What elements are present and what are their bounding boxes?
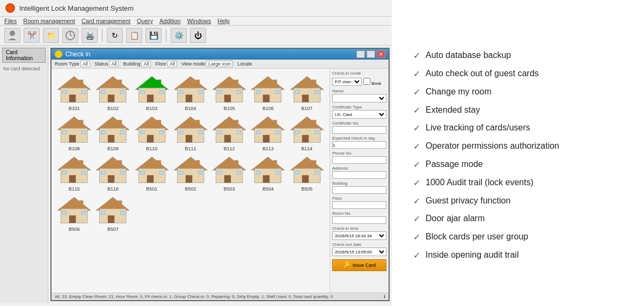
room-cell-b104[interactable]: B104 [172, 73, 209, 111]
svg-rect-67 [186, 135, 192, 142]
room-grid: B101 B102 [52, 69, 330, 293]
checkout-date-group: Check-out date 2019/5/15 13:05:00 [332, 242, 386, 256]
phone-input[interactable] [332, 156, 386, 164]
building-input[interactable] [332, 186, 386, 194]
book-checkbox[interactable] [363, 78, 370, 85]
checkin-time-select[interactable]: 2019/5/15 16:42:34 [332, 231, 386, 240]
power-icon[interactable]: ⏻ [190, 28, 206, 43]
svg-rect-8 [62, 91, 67, 94]
clipboard-icon[interactable]: 📋 [126, 28, 142, 43]
maximize-button[interactable]: □ [367, 50, 375, 58]
room-type-value[interactable]: All [80, 61, 90, 67]
house-icon [134, 154, 170, 185]
svg-rect-128 [295, 171, 299, 174]
status-text: All: 23, Empty Clean Room: 21, Hour Room… [55, 294, 333, 299]
feature-item: ✓ Change my room [413, 83, 628, 101]
room-cell-b503[interactable]: B503 [211, 154, 247, 192]
svg-marker-34 [252, 76, 285, 90]
room-cell-b114[interactable]: B114 [289, 113, 325, 151]
room-label: B507 [107, 227, 119, 232]
room-cell-b103[interactable]: B103 [134, 73, 170, 111]
cert-type-select[interactable]: I.D. Card [332, 110, 386, 119]
menu-windows[interactable]: Windows [187, 18, 211, 24]
room-cell-b101[interactable]: B101 [56, 73, 92, 111]
view-mode-label: View mode [181, 61, 205, 67]
save-icon[interactable]: 💾 [145, 28, 162, 43]
address-label: Address [332, 166, 386, 171]
room-cell-b506[interactable]: B506 [56, 194, 92, 232]
svg-rect-109 [186, 175, 192, 183]
scissors-icon[interactable]: ✂️ [24, 28, 40, 43]
room-cell-b109[interactable]: B109 [94, 113, 131, 151]
mode-row: Check-in mode [332, 71, 386, 76]
room-cell-b116[interactable]: B116 [94, 154, 131, 192]
building-value[interactable]: All [141, 61, 151, 67]
room-cell-b502[interactable]: B502 [172, 154, 209, 192]
issue-card-button[interactable]: 🔑 Issue Card [332, 259, 386, 271]
room-cell-b504[interactable]: B504 [250, 154, 286, 192]
house-icon [56, 194, 92, 225]
room-cell-b110[interactable]: B110 [134, 113, 170, 151]
clock-icon[interactable] [62, 28, 78, 43]
folder-icon[interactable]: 📁 [43, 28, 59, 43]
room-cell-b507[interactable]: B507 [94, 194, 131, 232]
svg-marker-82 [290, 116, 324, 130]
svg-rect-80 [257, 131, 261, 134]
svg-rect-53 [118, 120, 122, 126]
checkin-form: Check-in mode FIT chec Book Name [330, 69, 389, 293]
toolbar: ✂️ 📁 🖨️ ↻ 📋 💾 ⚙️ ⏻ [0, 26, 392, 46]
name-label: Name [332, 89, 386, 93]
menu-addition[interactable]: Addition [159, 18, 181, 24]
menu-room-management[interactable]: Room management [23, 18, 75, 24]
status-value[interactable]: All [109, 61, 119, 67]
minimize-button[interactable]: _ [356, 50, 365, 58]
toolbar-separator-2 [166, 29, 166, 42]
room-cell-b113[interactable]: B113 [250, 113, 286, 151]
room-cell-b105[interactable]: B105 [211, 73, 247, 111]
menu-card-management[interactable]: Card management [82, 18, 130, 24]
room-cell-b108[interactable]: B108 [56, 113, 92, 151]
house-icon [134, 113, 170, 145]
settings-icon[interactable]: ⚙️ [171, 28, 187, 43]
room-cell-b107[interactable]: B107 [289, 73, 325, 111]
room-cell-b501[interactable]: B501 [134, 154, 170, 192]
menu-query[interactable]: Query [137, 18, 153, 24]
book-label: Book [363, 78, 381, 86]
svg-marker-136 [96, 197, 129, 210]
svg-marker-4 [57, 76, 91, 90]
room-cell-b505[interactable]: B505 [289, 154, 325, 192]
svg-rect-41 [312, 79, 316, 86]
fit-select[interactable]: FIT chec [332, 78, 362, 86]
address-input[interactable] [332, 171, 386, 179]
svg-rect-61 [147, 135, 153, 142]
floor-value[interactable]: All [167, 61, 177, 67]
refresh-icon[interactable]: ↻ [107, 28, 123, 43]
user-icon[interactable] [4, 28, 20, 43]
svg-rect-9 [82, 91, 86, 94]
svg-rect-35 [273, 79, 277, 86]
room-no-input[interactable] [332, 216, 386, 224]
house-icon [94, 113, 131, 145]
name-input[interactable] [332, 94, 386, 103]
card-info-tab[interactable]: Card Information [2, 48, 46, 63]
expected-input[interactable] [332, 141, 386, 149]
room-cell-b106[interactable]: B106 [250, 73, 286, 111]
locate-filter: Locate [237, 61, 252, 67]
room-cell-b115[interactable]: B115 [56, 154, 92, 192]
menu-files[interactable]: Files [4, 18, 17, 24]
svg-rect-23 [195, 79, 200, 86]
view-mode-value[interactable]: Large icon [206, 61, 233, 67]
print-icon[interactable]: 🖨️ [82, 28, 98, 43]
room-label: B101 [69, 106, 80, 111]
checkmark-icon: ✓ [413, 69, 420, 80]
room-cell-b102[interactable]: B102 [94, 73, 131, 111]
menu-help[interactable]: Help [217, 18, 230, 24]
svg-rect-116 [218, 171, 222, 174]
close-button[interactable]: ✕ [377, 50, 385, 58]
checkout-date-select[interactable]: 2019/5/15 13:05:00 [332, 247, 386, 256]
cert-no-input[interactable] [332, 126, 386, 134]
room-cell-b111[interactable]: B111 [172, 113, 209, 151]
room-cell-b112[interactable]: B112 [211, 113, 247, 151]
floor-input[interactable] [332, 201, 386, 209]
house-icon [134, 73, 170, 105]
